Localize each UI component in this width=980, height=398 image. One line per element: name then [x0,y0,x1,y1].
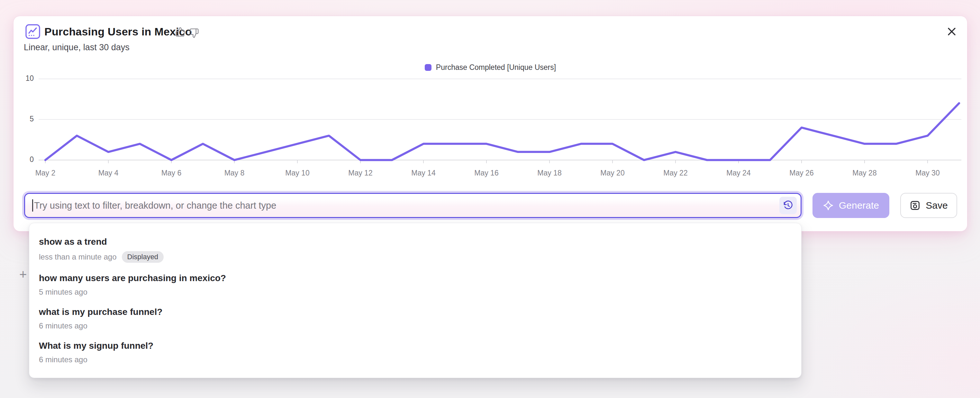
history-icon [783,200,793,211]
x-axis-tick-label: May 20 [600,169,624,177]
suggestion-item[interactable]: What is my signup funnel? 6 minutes ago [29,336,801,369]
suggestion-query: how many users are purchasing in mexico? [39,273,792,283]
line-chart: 0510May 2May 4May 6May 8May 10May 12May … [13,68,967,180]
suggestion-time: 5 minutes ago [39,288,88,297]
x-axis-tick-label: May 30 [915,169,940,177]
close-button[interactable] [945,24,959,38]
suggestion-item[interactable]: show as a trend less than a minute ago D… [29,232,801,268]
chart-subtitle: Linear, unique, last 30 days [24,43,130,53]
save-label: Save [926,200,948,211]
x-axis-tick-label: May 26 [789,169,813,177]
x-axis-tick-label: May 16 [474,169,498,177]
sparkle-icon [823,200,834,211]
x-axis-tick-label: May 22 [663,169,687,177]
x-axis-tick-label: May 10 [285,169,309,177]
chart-card: Purchasing Users in Mexico Linear, uniqu… [13,16,967,231]
suggestion-item[interactable]: how many users are purchasing in mexico?… [29,268,801,302]
suggestion-time: less than a minute ago [39,253,117,262]
generate-label: Generate [839,200,879,211]
text-caret [32,199,33,211]
x-axis-tick-label: May 8 [224,169,245,177]
y-axis-tick-label: 5 [30,115,34,123]
suggestion-item[interactable]: what is my purchase funnel? 6 minutes ag… [29,302,801,336]
prompt-placeholder: Try using text to filter, breakdown, or … [34,200,276,211]
suggestion-history-dropdown: show as a trend less than a minute ago D… [29,223,802,378]
background-plus-icon: + [19,268,27,281]
close-icon [946,26,957,37]
suggestion-time: 6 minutes ago [39,355,88,364]
save-button[interactable]: Save [900,193,957,218]
save-icon [910,200,921,211]
x-axis-tick-label: May 18 [537,169,562,177]
suggestion-query: What is my signup funnel? [39,341,792,351]
y-axis-tick-label: 10 [25,74,34,82]
suggestion-query: show as a trend [39,237,792,247]
y-axis-tick-label: 0 [30,155,34,163]
generate-button[interactable]: Generate [813,193,889,218]
x-axis-tick-label: May 14 [411,169,436,177]
displayed-badge: Displayed [122,251,164,263]
thumbs-down-icon[interactable] [189,28,199,38]
x-axis-tick-label: May 6 [161,169,182,177]
series-line [45,103,959,160]
x-axis-tick-label: May 28 [852,169,877,177]
x-axis-tick-label: May 4 [99,169,119,177]
suggestion-query: what is my purchase funnel? [39,307,792,317]
line-chart-type-icon [25,24,40,39]
x-axis-tick-label: May 24 [726,169,751,177]
x-axis-tick-label: May 2 [35,169,56,177]
prompt-input[interactable]: Try using text to filter, breakdown, or … [24,193,802,218]
page-title: Purchasing Users in Mexico [45,24,192,39]
thumbs-up-icon[interactable] [175,27,186,37]
history-button[interactable] [780,197,797,214]
x-axis-tick-label: May 12 [348,169,372,177]
suggestion-time: 6 minutes ago [39,321,88,330]
